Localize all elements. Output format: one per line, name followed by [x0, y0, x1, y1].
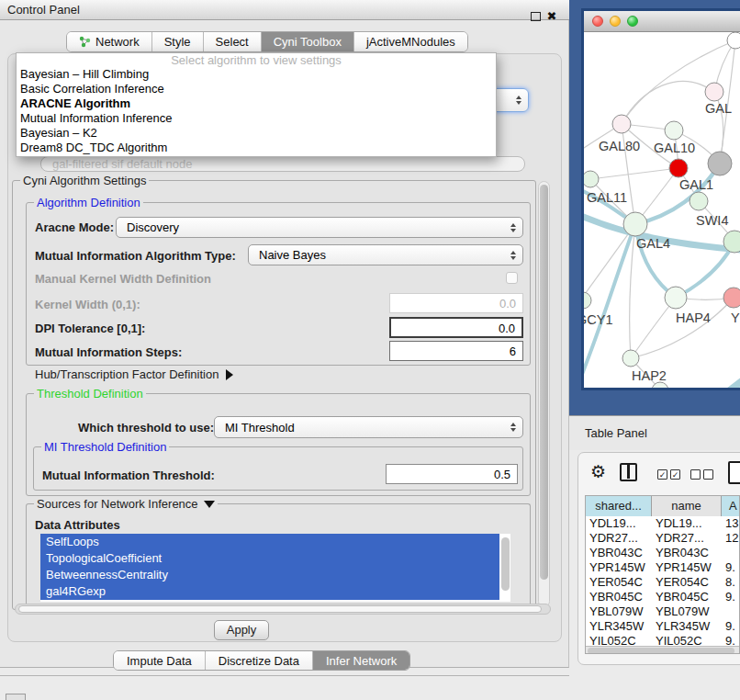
scrollbar-thumb[interactable]: [588, 648, 734, 654]
algorithm-option[interactable]: Bayesian – Hill Climbing: [17, 67, 496, 82]
aracne-mode-combo[interactable]: Discovery: [116, 217, 523, 238]
kernel-width-label: Kernel Width (0,1):: [35, 298, 140, 311]
table-cell: YBR045C: [586, 590, 652, 604]
column-header-name[interactable]: name: [652, 496, 722, 516]
network-node[interactable]: [723, 288, 740, 308]
table-cell: YBR043C: [586, 546, 652, 560]
table-panel-titlebar[interactable]: Table Panel: [569, 415, 740, 450]
network-canvas[interactable]: GALGAL80GAL10GAL1GAL11SWI4GAL4GCY1HAP4YH…: [584, 32, 740, 388]
tab-impute-data[interactable]: Impute Data: [114, 651, 206, 670]
table-row[interactable]: YBR045CYBR045C9.: [586, 590, 740, 604]
network-node[interactable]: [690, 192, 708, 210]
kernel-width-field[interactable]: 0.0: [389, 293, 523, 313]
tab-style[interactable]: Style: [152, 32, 204, 51]
minimize-traffic-light[interactable]: [610, 16, 621, 27]
mi-algorithm-type-value: Naive Bayes: [259, 248, 326, 262]
sources-group-title[interactable]: Sources for Network Inference: [34, 497, 218, 511]
network-edge-thick[interactable]: [676, 374, 740, 388]
network-window-titlebar[interactable]: [584, 11, 740, 32]
network-node[interactable]: [584, 171, 599, 187]
table-cell: YBR045C: [652, 590, 722, 604]
zoom-traffic-light[interactable]: [627, 16, 638, 27]
deselect-all-checkbox-icon[interactable]: [703, 469, 713, 480]
network-node[interactable]: [708, 152, 732, 175]
network-node-label: GAL4: [636, 236, 670, 251]
table-row[interactable]: YPR145WYPR145W9.: [586, 560, 740, 575]
tab-network[interactable]: Network: [67, 32, 152, 51]
network-data-combo[interactable]: gal-filtered sif default node: [40, 156, 525, 172]
network-node[interactable]: [669, 159, 688, 177]
minimized-panel-button[interactable]: [6, 694, 26, 700]
algorithm-option[interactable]: Bayesian – K2: [17, 126, 496, 141]
document-icon[interactable]: [728, 461, 740, 484]
column-header-clipped[interactable]: A: [722, 496, 740, 516]
stepper-arrows-icon: [510, 223, 516, 232]
settings-horizontal-scrollbar[interactable]: [15, 604, 551, 615]
network-node[interactable]: [705, 83, 723, 101]
gear-icon[interactable]: ⚙: [590, 463, 606, 480]
network-node-label: GAL10: [654, 141, 695, 155]
network-node[interactable]: [665, 121, 683, 140]
control-panel-titlebar[interactable]: Control Panel: [0, 0, 569, 20]
mi-threshold-field[interactable]: 0.5: [386, 464, 518, 484]
which-threshold-combo[interactable]: MI Threshold: [214, 416, 523, 438]
apply-button[interactable]: Apply: [214, 620, 269, 640]
network-node[interactable]: [584, 292, 591, 309]
tab-jactivemnodules[interactable]: jActiveMNodules: [354, 32, 467, 51]
network-node[interactable]: [727, 32, 740, 49]
tab-select[interactable]: Select: [204, 32, 262, 51]
control-panel-tabbar: Network Style Select Cyni Toolbox jActiv…: [66, 31, 468, 52]
network-node[interactable]: [665, 287, 687, 309]
mi-steps-field[interactable]: 6: [389, 341, 523, 361]
dpi-tolerance-field[interactable]: 0.0: [389, 317, 523, 338]
attribute-items: SelfLoopsTopologicalCoefficientBetweenne…: [40, 534, 510, 600]
list-scrollbar-thumb[interactable]: [501, 537, 510, 591]
attribute-item[interactable]: gal4RGexp: [40, 583, 499, 600]
network-edge[interactable]: [622, 81, 714, 124]
algorithm-option[interactable]: Basic Correlation Inference: [17, 82, 496, 96]
table-row[interactable]: YBL079WYBL079W: [586, 604, 740, 619]
algorithm-option[interactable]: Mutual Information Inference: [17, 111, 496, 126]
column-header-shared-name[interactable]: shared...: [586, 496, 652, 516]
close-icon[interactable]: ✖: [544, 8, 559, 25]
columns-icon[interactable]: [620, 463, 637, 481]
network-edge[interactable]: [590, 168, 678, 179]
table-row[interactable]: YER054CYER054C8.: [586, 575, 740, 590]
settings-vertical-scrollbar[interactable]: [538, 181, 550, 607]
table-row[interactable]: YDR27...YDR27...12: [586, 531, 740, 546]
network-icon: [79, 36, 91, 48]
table-horizontal-scrollbar[interactable]: [586, 646, 740, 654]
scrollbar-thumb[interactable]: [18, 605, 542, 613]
table-row[interactable]: YBR043CYBR043C: [586, 546, 740, 560]
attribute-item[interactable]: BetweennessCentrality: [40, 567, 499, 583]
network-node[interactable]: [623, 212, 647, 236]
hub-definition-toggle[interactable]: Hub/Transcription Factor Definition: [35, 367, 233, 381]
close-traffic-light[interactable]: [592, 16, 603, 27]
network-edge[interactable]: [630, 224, 635, 358]
manual-kernel-label: Manual Kernel Width Definition: [35, 272, 211, 286]
select-all-checkbox-icon[interactable]: ✓: [670, 469, 680, 480]
network-node[interactable]: [612, 115, 631, 133]
scrollbar-thumb[interactable]: [540, 185, 548, 580]
table-cell: 13: [722, 516, 740, 531]
tab-infer-network[interactable]: Infer Network: [313, 651, 409, 670]
tab-discretize-data[interactable]: Discretize Data: [206, 651, 313, 670]
network-node[interactable]: [622, 350, 639, 367]
attribute-item[interactable]: SelfLoops: [40, 534, 499, 550]
table-row[interactable]: YDL19...YDL19...13: [586, 516, 740, 531]
algorithm-option[interactable]: Dream8 DC_TDC Algorithm: [17, 141, 496, 155]
algorithm-option[interactable]: ARACNE Algorithm: [17, 96, 496, 111]
mi-algorithm-type-combo[interactable]: Naive Bayes: [248, 244, 523, 265]
table-row[interactable]: YLR345WYLR345W9.: [586, 619, 740, 634]
float-window-icon[interactable]: [531, 12, 541, 21]
network-edge[interactable]: [584, 224, 635, 300]
deselect-all-checkbox-icon[interactable]: [690, 469, 701, 480]
algorithm-combo-stepper[interactable]: [494, 88, 529, 112]
network-node-label: GAL11: [587, 190, 627, 205]
select-all-checkbox-icon[interactable]: ✓: [657, 469, 667, 480]
manual-kernel-checkbox[interactable]: [506, 272, 518, 284]
tab-cyni-toolbox[interactable]: Cyni Toolbox: [262, 32, 354, 51]
table-cell: YBR043C: [652, 546, 722, 560]
attribute-item[interactable]: TopologicalCoefficient: [40, 550, 499, 567]
table-cell: 9.: [722, 560, 740, 575]
